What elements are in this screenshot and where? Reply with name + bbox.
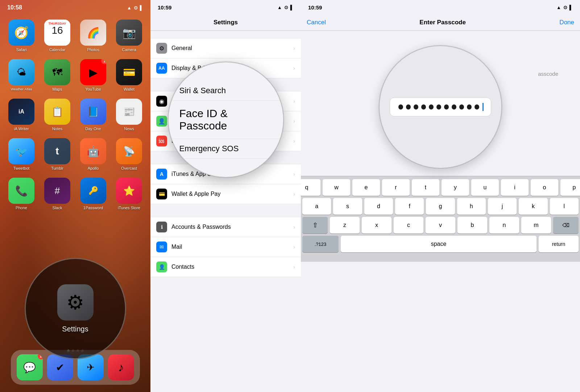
key-g[interactable]: g — [426, 198, 455, 215]
magnify-faceid: Face ID & Passcode — [169, 101, 283, 139]
number-key[interactable]: .?123 — [302, 236, 339, 252]
app-weather-atlas[interactable]: 🌤 Weather Atlas — [6, 59, 37, 91]
youtube-icon[interactable]: ▶ 1 — [80, 59, 106, 85]
day-one-icon[interactable]: 📘 — [80, 99, 106, 125]
key-y[interactable]: y — [442, 179, 469, 196]
settings-row-contacts[interactable]: 👤 Contacts › — [150, 257, 301, 277]
overcast-label: Overcast — [121, 166, 137, 170]
mail-label: Mail — [171, 244, 293, 250]
ia-writer-icon[interactable]: iA — [8, 99, 34, 125]
1password-label: 1Password — [83, 206, 103, 210]
app-overcast[interactable]: 📡 Overcast — [114, 138, 145, 170]
settings-row-accounts[interactable]: ℹ Accounts & Passwords › — [150, 217, 301, 237]
app-itunes-store[interactable]: ⭐ iTunes Store — [114, 178, 145, 210]
key-r[interactable]: r — [382, 179, 410, 196]
settings-row-wallet-pay[interactable]: 💳 Wallet & Apple Pay › — [150, 184, 301, 204]
key-n[interactable]: n — [489, 217, 519, 234]
mail-chevron: › — [293, 244, 295, 250]
app-maps[interactable]: 🗺 Maps — [42, 59, 73, 91]
app-notes[interactable]: 📋 Notes — [42, 99, 73, 131]
app-apollo[interactable]: 🤖 Apollo — [78, 138, 109, 170]
photos-icon[interactable]: 🌈 — [80, 20, 106, 46]
key-b[interactable]: b — [457, 217, 487, 234]
app-camera[interactable]: 📷 Camera — [114, 20, 145, 52]
delete-key[interactable]: ⌫ — [553, 217, 579, 234]
passcode-dot-6 — [436, 104, 441, 110]
settings-row-general[interactable]: ⚙ General › — [150, 38, 301, 58]
passcode-body: asscode — [301, 31, 580, 392]
passcode-dot-11 — [475, 104, 479, 110]
key-e[interactable]: e — [352, 179, 380, 196]
key-h[interactable]: h — [457, 198, 486, 215]
passcode-dot-9 — [459, 104, 464, 110]
app-grid-row2: 🌤 Weather Atlas 🗺 Maps ▶ 1 YouTube 💳 Wal… — [0, 52, 150, 91]
sos-chevron: › — [293, 138, 295, 144]
overcast-icon[interactable]: 📡 — [116, 138, 142, 164]
return-key[interactable]: return — [539, 236, 579, 252]
key-k[interactable]: k — [519, 198, 547, 215]
safari-icon[interactable]: 🧭 — [8, 20, 34, 46]
tumblr-label: Tumblr — [51, 166, 63, 170]
app-ia-writer[interactable]: iA iA Writer — [6, 99, 37, 131]
key-v[interactable]: v — [426, 217, 455, 234]
passcode-circle-area: asscode — [301, 31, 580, 176]
app-day-one[interactable]: 📘 Day One — [78, 99, 109, 131]
notes-icon[interactable]: 📋 — [44, 99, 70, 125]
key-s[interactable]: s — [333, 198, 362, 215]
tweetbot-icon[interactable]: 🐦 — [8, 138, 34, 164]
tumblr-icon[interactable]: t — [44, 138, 70, 164]
key-m[interactable]: m — [521, 217, 551, 234]
app-news[interactable]: 📰 News — [114, 99, 145, 131]
app-tumblr[interactable]: t Tumblr — [42, 138, 73, 170]
news-icon[interactable]: 📰 — [116, 99, 142, 125]
app-1password[interactable]: 🔑 1Password — [78, 178, 109, 210]
key-o[interactable]: o — [531, 179, 558, 196]
app-safari[interactable]: 🧭 Safari — [6, 20, 37, 52]
battery-icon: ▌ — [140, 5, 143, 11]
itunes-store-icon[interactable]: ⭐ — [116, 178, 142, 204]
key-p[interactable]: p — [560, 179, 580, 196]
passcode-dots-row[interactable] — [390, 98, 491, 116]
siri-chevron: › — [293, 98, 295, 104]
key-t[interactable]: t — [412, 179, 439, 196]
settings-row-mail[interactable]: ✉ Mail › — [150, 237, 301, 257]
key-j[interactable]: j — [488, 198, 517, 215]
passcode-dot-7 — [444, 104, 449, 110]
key-f[interactable]: f — [395, 198, 424, 215]
settings-gear-icon[interactable]: ⚙ — [57, 284, 94, 321]
key-i[interactable]: i — [501, 179, 529, 196]
shift-key[interactable]: ⇧ — [302, 217, 328, 234]
key-u[interactable]: u — [471, 179, 499, 196]
app-slack[interactable]: # Slack — [42, 178, 73, 210]
key-z[interactable]: z — [330, 217, 360, 234]
day-one-label: Day One — [85, 127, 101, 131]
key-c[interactable]: c — [394, 217, 423, 234]
cancel-button[interactable]: Cancel — [307, 19, 326, 26]
1password-icon[interactable]: 🔑 — [80, 178, 106, 204]
passcode-time: 10:59 — [308, 4, 322, 11]
maps-icon[interactable]: 🗺 — [44, 59, 70, 85]
app-youtube[interactable]: ▶ 1 YouTube — [78, 59, 109, 91]
key-x[interactable]: x — [362, 217, 392, 234]
app-grid-row3: iA iA Writer 📋 Notes 📘 Day One 📰 News — [0, 91, 150, 131]
key-l[interactable]: l — [550, 198, 579, 215]
wallet-icon[interactable]: 💳 — [116, 59, 142, 85]
key-d[interactable]: d — [364, 198, 393, 215]
camera-icon[interactable]: 📷 — [116, 20, 142, 46]
calendar-icon[interactable]: Thursday 16 — [44, 20, 70, 46]
phone-icon[interactable]: 📞 — [8, 178, 34, 204]
weather-atlas-icon[interactable]: 🌤 — [8, 59, 34, 85]
key-a[interactable]: a — [302, 198, 331, 215]
app-tweetbot[interactable]: 🐦 Tweetbot — [6, 138, 37, 170]
accounts-chevron: › — [293, 224, 295, 230]
app-calendar[interactable]: Thursday 16 Calendar — [42, 20, 73, 52]
key-q[interactable]: q — [301, 179, 320, 196]
app-phone[interactable]: 📞 Phone — [6, 178, 37, 210]
space-key[interactable]: space — [341, 236, 536, 252]
done-button[interactable]: Done — [559, 19, 574, 26]
apollo-icon[interactable]: 🤖 — [80, 138, 106, 164]
app-photos[interactable]: 🌈 Photos — [78, 20, 109, 52]
slack-icon[interactable]: # — [44, 178, 70, 204]
key-w[interactable]: w — [323, 179, 350, 196]
app-wallet[interactable]: 💳 Wallet — [114, 59, 145, 91]
